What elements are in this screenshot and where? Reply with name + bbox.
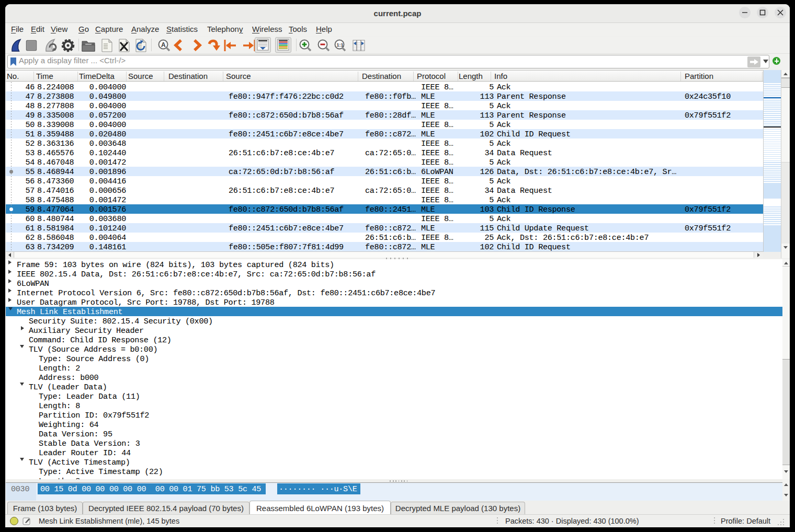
- svg-text:A: A: [161, 41, 166, 49]
- svg-text:1:1: 1:1: [337, 42, 344, 48]
